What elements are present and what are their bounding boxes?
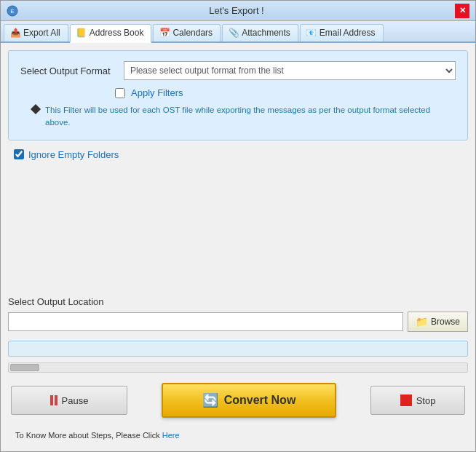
apply-filters-label[interactable]: Apply Filters bbox=[131, 87, 183, 98]
title-bar: E Let's Export ! ✕ bbox=[1, 1, 475, 21]
browse-button[interactable]: 📁 Browse bbox=[408, 312, 468, 332]
window-title: Let's Export ! bbox=[18, 5, 455, 16]
tab-calendars[interactable]: 📅 Calendars bbox=[153, 24, 221, 41]
footer: To Know More about Steps, Please Click H… bbox=[8, 428, 468, 444]
close-button[interactable]: ✕ bbox=[455, 4, 469, 18]
tab-attachments[interactable]: 📎 Attachments bbox=[222, 24, 298, 41]
attachments-icon: 📎 bbox=[229, 28, 239, 38]
pause-icon bbox=[50, 395, 57, 405]
ignore-row: Ignore Empty Folders bbox=[8, 146, 468, 163]
tab-email-address[interactable]: 📧 Email Address bbox=[300, 24, 384, 41]
export-all-icon: 📤 bbox=[10, 28, 20, 38]
output-section: Select Output Location 📁 Browse bbox=[8, 296, 468, 332]
tab-attachments-label: Attachments bbox=[242, 28, 290, 38]
tab-bar: 📤 Export All 📒 Address Book 📅 Calendars … bbox=[1, 21, 475, 43]
output-row: 📁 Browse bbox=[8, 312, 468, 332]
tab-address-book-label: Address Book bbox=[90, 28, 144, 38]
format-row: Select Output Format Please select outpu… bbox=[20, 61, 456, 80]
convert-icon: 🔄 bbox=[202, 392, 218, 408]
email-address-icon: 📧 bbox=[306, 28, 317, 38]
filter-info-text: This Filter will be used for each OST fi… bbox=[45, 104, 456, 130]
browse-label: Browse bbox=[431, 317, 460, 327]
spacer bbox=[8, 169, 468, 291]
filter-info-row: This Filter will be used for each OST fi… bbox=[20, 104, 456, 130]
main-window: E Let's Export ! ✕ 📤 Export All 📒 Addres… bbox=[0, 0, 476, 452]
main-content: Select Output Format Please select outpu… bbox=[1, 43, 475, 451]
stop-icon bbox=[400, 394, 412, 406]
filter-row: Apply Filters bbox=[20, 87, 456, 98]
ignore-empty-folders-checkbox[interactable] bbox=[14, 149, 24, 159]
stop-label: Stop bbox=[416, 395, 436, 406]
tab-export-all[interactable]: 📤 Export All bbox=[4, 24, 68, 41]
tab-export-all-label: Export All bbox=[23, 28, 60, 38]
address-book-icon: 📒 bbox=[76, 28, 87, 38]
svg-text:E: E bbox=[10, 8, 14, 15]
output-location-input[interactable] bbox=[8, 312, 403, 331]
tab-calendars-label: Calendars bbox=[172, 28, 213, 38]
tab-address-book[interactable]: 📒 Address Book bbox=[70, 24, 152, 43]
footer-text: To Know More about Steps, Please Click bbox=[15, 431, 162, 440]
app-icon: E bbox=[7, 5, 18, 17]
format-select[interactable]: Please select output format from the lis… bbox=[124, 61, 456, 80]
progress-bar-container bbox=[8, 341, 468, 357]
apply-filters-checkbox[interactable] bbox=[115, 88, 125, 98]
diamond-icon bbox=[31, 104, 41, 114]
pause-label: Pause bbox=[62, 395, 89, 406]
calendars-icon: 📅 bbox=[159, 28, 170, 38]
folder-icon: 📁 bbox=[416, 316, 428, 328]
tab-email-address-label: Email Address bbox=[320, 28, 376, 38]
convert-now-button[interactable]: 🔄 Convert Now bbox=[162, 383, 336, 418]
ignore-empty-folders-label[interactable]: Ignore Empty Folders bbox=[28, 149, 119, 160]
stop-button[interactable]: Stop bbox=[370, 386, 465, 415]
footer-link[interactable]: Here bbox=[162, 431, 180, 440]
scrollbar-thumb[interactable] bbox=[10, 364, 39, 371]
scrollbar-area[interactable] bbox=[8, 362, 468, 373]
pause-button[interactable]: Pause bbox=[11, 386, 127, 415]
format-section: Select Output Format Please select outpu… bbox=[8, 50, 468, 140]
convert-label: Convert Now bbox=[224, 394, 296, 407]
format-label: Select Output Format bbox=[20, 66, 115, 76]
output-location-label: Select Output Location bbox=[8, 296, 468, 307]
action-bar: Pause 🔄 Convert Now Stop bbox=[8, 378, 468, 422]
